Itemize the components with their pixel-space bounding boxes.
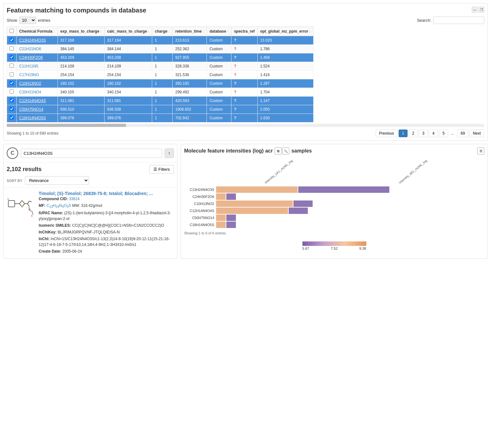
formula-link[interactable]: C11H11N5 — [19, 64, 38, 68]
formula-link[interactable]: C13H24N4O3S — [19, 38, 46, 43]
spectra-ref-cell: ? — [231, 62, 257, 71]
spectra-ref-cell: ? — [231, 79, 257, 88]
page-4-button[interactable]: 4 — [429, 130, 438, 137]
chem-results-header: 2,102 results ☰ Filters — [4, 162, 177, 176]
row-checkbox[interactable] — [10, 72, 14, 76]
exp-mz-cell: 317.168 — [58, 36, 105, 45]
sa1-bar — [216, 208, 288, 214]
db-cell: Custom — [207, 71, 231, 79]
svg-point-10 — [21, 200, 23, 201]
row-checkbox-cell[interactable] — [7, 105, 17, 114]
row-checkbox-cell[interactable] — [7, 114, 17, 122]
chart-menu-icon[interactable]: ☰ — [477, 147, 484, 154]
formula-link[interactable]: C20H21NO4 — [19, 90, 41, 94]
row-checkbox-cell[interactable] — [7, 36, 17, 45]
row-checkbox-cell[interactable] — [7, 71, 17, 79]
previous-button[interactable]: Previous — [376, 130, 398, 137]
horizontal-scrollbar[interactable] — [7, 124, 484, 127]
row-checkbox-cell[interactable] — [7, 45, 17, 53]
formula-link[interactable]: C12H14N4O4S — [19, 98, 46, 103]
page-5-button[interactable]: 5 — [439, 130, 448, 137]
row-checkbox[interactable] — [10, 115, 14, 120]
row-checkbox[interactable] — [10, 64, 14, 68]
sort-select[interactable]: Relevance Name CID — [25, 176, 89, 185]
formula-link[interactable]: C24H30F2O6 — [19, 55, 43, 60]
chart-search-icon[interactable]: 🔍 — [282, 147, 289, 154]
row-checkbox[interactable] — [10, 46, 14, 51]
compound-title[interactable]: Timolol; (S)-Timolol; 26839-75-8; Istalo… — [39, 191, 153, 196]
minimize-button[interactable]: — — [472, 7, 478, 12]
row-checkbox[interactable] — [10, 107, 14, 111]
bar-label: C12H14N4O4S — [184, 209, 216, 213]
page-1-button[interactable]: 1 — [399, 130, 408, 137]
mf-value[interactable]: C13H24N4O3S — [47, 203, 71, 208]
ppm-cell: 1.458 — [257, 53, 313, 62]
db-cell: Custom — [207, 88, 231, 97]
search-input[interactable] — [433, 17, 484, 24]
row-checkbox-cell[interactable] — [7, 79, 17, 88]
header-spectra-ref[interactable]: spectra_ref — [231, 27, 257, 36]
formula-link[interactable]: C10H13NO2 — [19, 81, 41, 86]
maximize-button[interactable]: ❐ — [479, 7, 484, 12]
row-checkbox-cell[interactable] — [7, 53, 17, 62]
table-controls: Show 10 25 50 100 entries Search: — [7, 17, 484, 24]
row-checkbox-cell[interactable] — [7, 88, 17, 97]
row-checkbox[interactable] — [10, 38, 14, 42]
chart-title-text: Molecule feature intensities (log) acr — [184, 148, 273, 154]
legend-labels: 5.67 7.52 9.38 — [302, 247, 366, 250]
create-date-line: Create Date: 2005-06-24 — [39, 248, 174, 254]
header-database[interactable]: database↕ — [207, 27, 231, 36]
bar-chart-row: C12H14N4O4S — [184, 208, 484, 214]
charge-cell: 1 — [152, 45, 173, 53]
select-all-checkbox[interactable] — [10, 29, 14, 33]
formula-link[interactable]: C18H14N4O5S — [19, 116, 46, 120]
formula-link[interactable]: C50H75NO14 — [19, 107, 43, 112]
sb1-bar — [293, 200, 313, 207]
row-checkbox[interactable] — [10, 55, 14, 59]
row-checkbox-cell[interactable] — [7, 62, 17, 71]
formula-cell: C11H11N5 — [17, 62, 58, 71]
header-retention-time[interactable]: retention_time↕ — [173, 27, 207, 36]
pagination: Previous 1 2 3 4 5 ... 69 Next — [376, 130, 484, 137]
header-ppm-error[interactable]: opt_global_mz_ppm_error↕ — [257, 27, 313, 36]
page-2-button[interactable]: 2 — [409, 130, 418, 137]
chart-zoom-icon[interactable]: ⊞ — [275, 147, 282, 154]
header-checkbox[interactable] — [7, 27, 17, 36]
row-checkbox[interactable] — [10, 90, 14, 94]
formula-cell: C21H21NO6 — [17, 45, 58, 53]
results-count: 2,102 results — [7, 166, 42, 173]
mf-line: MF: C13H24N4O3S MW: 316.42g/mol — [39, 203, 174, 209]
formula-link[interactable]: C21H21NO6 — [19, 47, 41, 51]
rt-cell: 328.336 — [173, 62, 207, 71]
bar-label: C50H75NO14 — [184, 216, 216, 220]
header-chemical-formula[interactable]: Chemical Formula↕ — [17, 27, 58, 36]
entries-select[interactable]: 10 25 50 100 — [19, 17, 36, 24]
db-cell: Custom — [207, 36, 231, 45]
header-charge[interactable]: charge↕ — [152, 27, 173, 36]
charge-cell: 1 — [152, 71, 173, 79]
bar-label: C24H30F2O6 — [184, 195, 216, 199]
page-3-button[interactable]: 3 — [419, 130, 428, 137]
spectra-ref-value: ? — [234, 90, 236, 94]
sb1-bar — [226, 215, 236, 221]
filters-button[interactable]: ☰ Filters — [149, 165, 174, 174]
calc-mz-cell: 214.109 — [105, 62, 152, 71]
row-checkbox[interactable] — [10, 98, 14, 102]
row-checkbox[interactable] — [10, 81, 14, 85]
chem-search-input[interactable] — [21, 149, 162, 158]
formula-cell: C18H14N4O5S — [17, 114, 58, 122]
row-checkbox-cell[interactable] — [7, 97, 17, 105]
showing-info: Showing 1 to 10 of 690 entries — [7, 131, 58, 136]
page-69-button[interactable]: 69 — [457, 130, 468, 137]
search-box: Search: — [417, 17, 484, 24]
header-calc-mz[interactable]: calc_mass_to_charge↕ — [105, 27, 152, 36]
charge-cell: 1 — [152, 114, 173, 122]
svg-line-7 — [27, 201, 29, 204]
db-cell: Custom — [207, 105, 231, 114]
charge-cell: 1 — [152, 105, 173, 114]
header-exp-mz[interactable]: exp_mass_to_charge↕ — [58, 27, 105, 36]
chem-search-submit-button[interactable]: ↑ — [165, 148, 174, 158]
cid-link[interactable]: 33624 — [69, 197, 80, 201]
formula-link[interactable]: C17H19NO — [19, 73, 39, 77]
next-button[interactable]: Next — [469, 130, 484, 137]
